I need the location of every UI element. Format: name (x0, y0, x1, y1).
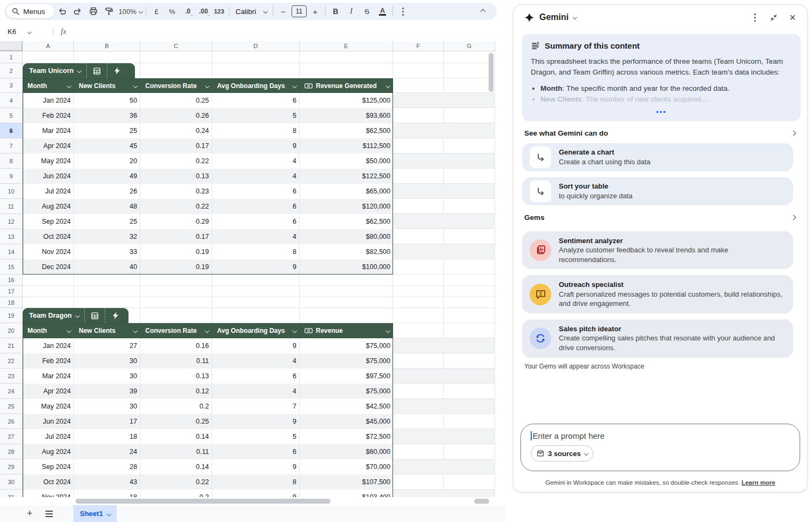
cell[interactable]: 0.22 (140, 199, 212, 214)
cell[interactable]: 0.14 (140, 429, 212, 444)
cell[interactable]: 0.26 (140, 108, 212, 123)
table-row[interactable]: Jul 2024180.145$72,500 (23, 429, 393, 444)
row-header-24[interactable]: 24 (0, 384, 23, 399)
gem-sales-pitch-ideator[interactable]: Sales pitch ideator Create compelling sa… (522, 319, 793, 358)
cell[interactable]: $70,000 (300, 459, 393, 474)
cell[interactable]: 43 (74, 474, 140, 490)
table-column-header[interactable]: Month (23, 323, 74, 338)
cell[interactable]: $97,500 (300, 369, 393, 384)
table-row[interactable]: Mar 2024250.248$62,500 (23, 123, 393, 138)
chevron-down-icon[interactable] (28, 30, 32, 34)
cell[interactable]: 4 (212, 153, 300, 169)
print-button[interactable] (86, 4, 101, 18)
hide-toolbar-button[interactable] (476, 4, 490, 18)
row-header-12[interactable]: 12 (0, 214, 23, 229)
table-tab-team-dragon[interactable]: Team Dragon (23, 308, 128, 323)
cell[interactable]: Feb 2024 (23, 353, 74, 369)
row-header-14[interactable]: 14 (0, 244, 23, 259)
cell[interactable]: $107,500 (300, 474, 393, 490)
zoom-select[interactable]: 100% (118, 4, 144, 18)
cell[interactable]: 17 (74, 414, 140, 429)
cell[interactable]: 20 (74, 153, 140, 169)
cell[interactable]: $80,000 (300, 229, 393, 244)
row-header-1[interactable]: 1 (0, 51, 23, 63)
table-column-header[interactable]: Avg Onboarding Days (212, 78, 300, 93)
row-header-31[interactable]: 31 (0, 490, 23, 497)
percent-format-button[interactable]: % (165, 4, 179, 18)
cell[interactable]: Dec 2024 (23, 259, 74, 275)
cell[interactable]: 0.14 (140, 459, 212, 474)
cell[interactable]: 9 (212, 414, 300, 429)
cell[interactable]: 6 (212, 444, 300, 459)
cell[interactable]: 9 (212, 490, 300, 497)
table-row[interactable]: May 2024200.224$50,000 (23, 153, 393, 169)
table-column-header[interactable]: Revenue (300, 323, 393, 338)
row-header-8[interactable]: 8 (0, 153, 23, 169)
table-row[interactable]: Mar 2024300.136$97,500 (23, 369, 393, 384)
row-header-11[interactable]: 11 (0, 199, 23, 214)
gem-sentiment-analyzer[interactable]: Sentiment analyzer Analyze customer feed… (522, 231, 793, 270)
cell[interactable]: 6 (212, 369, 300, 384)
table-row[interactable]: Jun 2024490.134$122,500 (23, 169, 393, 184)
more-formats-button[interactable]: 123 (212, 4, 226, 18)
sources-chip[interactable]: 3 sources (531, 445, 593, 461)
cell[interactable]: 9 (212, 338, 300, 353)
cell[interactable]: Jan 2024 (23, 93, 74, 108)
table-row[interactable]: Oct 2024320.174$80,000 (23, 229, 393, 244)
redo-button[interactable] (71, 4, 85, 18)
italic-button[interactable]: I (344, 4, 358, 18)
cell[interactable]: Sep 2024 (23, 214, 74, 229)
cell[interactable]: 50 (74, 93, 140, 108)
cell[interactable]: 0.11 (140, 353, 212, 369)
column-dropdown-icon[interactable] (133, 329, 137, 333)
cell[interactable]: 48 (74, 199, 140, 214)
row-header-23[interactable]: 23 (0, 369, 23, 384)
cell[interactable]: 0.2 (140, 490, 212, 497)
cell[interactable]: $62,500 (300, 123, 393, 138)
cell[interactable]: 0.13 (140, 169, 212, 184)
cell[interactable]: Oct 2024 (23, 229, 74, 244)
increase-decimal-button[interactable]: .00→ (196, 4, 211, 18)
cell[interactable]: 7 (212, 399, 300, 414)
row-header-26[interactable]: 26 (0, 414, 23, 429)
row-header-2[interactable]: 2 (0, 63, 23, 78)
cell[interactable]: 18 (74, 429, 140, 444)
decrease-decimal-button[interactable]: .0← (180, 4, 195, 18)
cell[interactable]: Feb 2024 (23, 108, 74, 123)
cell[interactable]: Mar 2024 (23, 369, 74, 384)
table-ai-button[interactable] (107, 63, 127, 78)
row-header-5[interactable]: 5 (0, 108, 23, 123)
cell[interactable]: $103,400 (300, 490, 393, 497)
cell[interactable]: 0.2 (140, 399, 212, 414)
column-header-A[interactable]: A (23, 41, 74, 51)
table-options-button[interactable] (84, 308, 105, 323)
cell[interactable]: $62,500 (300, 214, 393, 229)
cell[interactable]: $112,500 (300, 138, 393, 153)
row-header-3[interactable]: 3 (0, 78, 23, 93)
cell[interactable]: $82,500 (300, 244, 393, 259)
cell[interactable]: Jul 2024 (23, 184, 74, 199)
cell[interactable]: 49 (74, 169, 140, 184)
cell[interactable]: 0.19 (140, 244, 212, 259)
learn-more-link[interactable]: Learn more (741, 479, 775, 486)
cell[interactable]: $60,000 (300, 444, 393, 459)
decrease-font-size-button[interactable]: − (276, 4, 290, 18)
cell[interactable]: 9 (212, 138, 300, 153)
cell[interactable]: 4 (212, 169, 300, 184)
cell[interactable]: Jan 2024 (23, 338, 74, 353)
table-column-header[interactable]: Conversion Rate (140, 323, 212, 338)
cell[interactable]: $65,000 (300, 184, 393, 199)
table-title[interactable]: Team Dragon (23, 308, 84, 323)
row-header-9[interactable]: 9 (0, 169, 23, 184)
cell[interactable]: $50,000 (300, 153, 393, 169)
cell[interactable]: $42,500 (300, 399, 393, 414)
cell[interactable]: 45 (74, 138, 140, 153)
table-title[interactable]: Team Unicorn (23, 63, 86, 78)
cell[interactable]: 0.25 (140, 93, 212, 108)
cell[interactable]: $122,500 (300, 169, 393, 184)
column-header-G[interactable]: G (444, 41, 495, 51)
cell[interactable]: 9 (212, 459, 300, 474)
cell[interactable]: 33 (74, 244, 140, 259)
table-tab-team-unicorn[interactable]: Team Unicorn (23, 63, 135, 78)
cell[interactable]: Sep 2024 (23, 459, 74, 474)
